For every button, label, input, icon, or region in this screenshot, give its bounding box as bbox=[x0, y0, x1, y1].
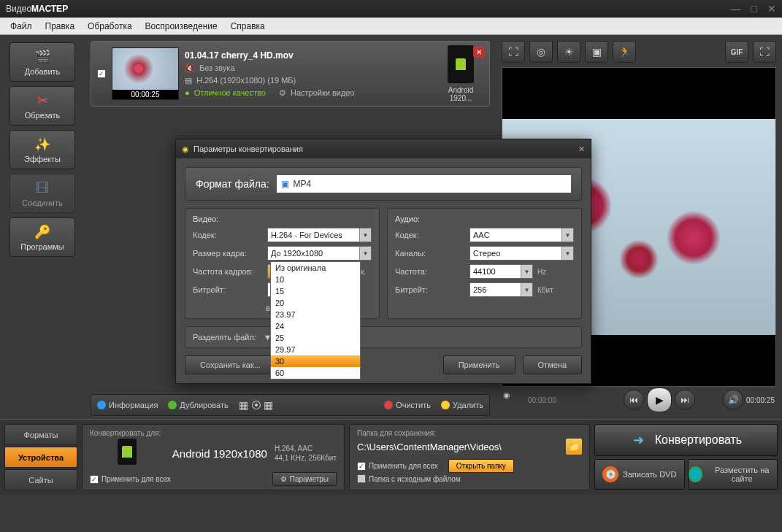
save-folder-panel: Папка для сохранения: C:\Users\ContentMa… bbox=[349, 424, 590, 490]
audio-freq-select[interactable]: 44100▼ bbox=[469, 264, 533, 279]
list-toolbar: Информация Дублировать ▦ ⦿ ▦ Очистить Уд… bbox=[91, 394, 490, 416]
sidebar-add-label: Добавить bbox=[25, 67, 61, 76]
frame-size-select[interactable]: До 1920x1080▼ bbox=[267, 246, 372, 261]
frame-tool-icon[interactable]: ▣ bbox=[585, 41, 608, 63]
sidebar-cut[interactable]: ✂Обрезать bbox=[9, 86, 75, 126]
device-label: Android 1920... bbox=[448, 86, 473, 102]
sidebar-effects-label: Эффекты bbox=[24, 155, 61, 163]
play-button[interactable]: ▶ bbox=[647, 388, 672, 412]
tab-formats[interactable]: Форматы bbox=[4, 424, 77, 445]
app-title-bold: МАСТЕР bbox=[31, 4, 68, 14]
video-heading: Видео: bbox=[193, 215, 372, 223]
menu-help[interactable]: Справка bbox=[225, 20, 271, 33]
globe-icon: 🌐 bbox=[689, 466, 703, 482]
menu-edit[interactable]: Правка bbox=[39, 20, 81, 33]
gear-icon[interactable]: ⚙ bbox=[279, 88, 286, 98]
save-as-button[interactable]: Сохранить как... bbox=[185, 355, 276, 374]
file-settings-link[interactable]: Настройки видео bbox=[291, 88, 355, 97]
menu-process[interactable]: Обработка bbox=[82, 20, 138, 33]
rotate-tool-icon[interactable]: ◎ bbox=[529, 41, 553, 63]
fps-option[interactable]: 23.97 bbox=[271, 309, 360, 320]
next-button[interactable]: ⏭ bbox=[675, 390, 695, 410]
dvd-icon: 💿 bbox=[602, 466, 618, 482]
dialog-close-icon[interactable]: ✕ bbox=[578, 144, 585, 154]
file-thumbnail[interactable]: 00:00:25 bbox=[112, 47, 179, 100]
sidebar-join-label: Соединить bbox=[22, 198, 63, 207]
audio-channels-select[interactable]: Стерео▼ bbox=[469, 246, 574, 261]
maximize-icon[interactable]: □ bbox=[751, 3, 757, 15]
file-format-select[interactable]: ▣MP4 bbox=[277, 175, 571, 193]
convert-for-label: Конвертировать для: bbox=[90, 429, 337, 437]
gear-icon: ⚙ bbox=[280, 475, 287, 483]
menu-bar: Файл Правка Обработка Воспроизведение Сп… bbox=[0, 18, 782, 35]
audio-bitrate-select[interactable]: 256▼ bbox=[469, 282, 533, 297]
tab-sites[interactable]: Сайты bbox=[4, 469, 77, 490]
tab-devices[interactable]: Устройства bbox=[4, 447, 77, 468]
bottom-panel: Форматы Устройства Сайты Конвертировать … bbox=[0, 419, 782, 495]
convert-button[interactable]: ➜ Конвертировать bbox=[594, 424, 778, 456]
view-toggle[interactable]: ▦ ⦿ ▦ bbox=[239, 399, 274, 411]
prev-button[interactable]: ⏮ bbox=[624, 390, 644, 410]
info-button[interactable]: Информация bbox=[97, 401, 158, 409]
dialog-title: Параметры конвертирования bbox=[193, 144, 303, 153]
source-folder-checkbox[interactable]: Папка с исходным файлом bbox=[357, 474, 582, 483]
fps-dropdown-list[interactable]: Из оригинала10152023.97242529.973060 bbox=[270, 261, 361, 379]
file-quality: Отличное качество bbox=[194, 88, 266, 97]
app-title-prefix: Видео bbox=[6, 4, 31, 14]
fps-option[interactable]: 10 bbox=[271, 274, 360, 285]
duplicate-button[interactable]: Дублировать bbox=[168, 401, 228, 409]
params-button[interactable]: ⚙Параметры bbox=[272, 472, 337, 486]
file-card[interactable]: ✓ 00:00:25 01.04.17 cherry_4 HD.mov 🔇Без… bbox=[91, 41, 490, 107]
save-path: C:\Users\ContentManager\Videos\ bbox=[357, 442, 561, 452]
publish-button[interactable]: 🌐Разместить на сайте bbox=[688, 459, 778, 490]
fps-option[interactable]: 25 bbox=[271, 332, 360, 344]
sidebar-add[interactable]: 🎬Добавить bbox=[9, 42, 75, 82]
apply-button[interactable]: Применить bbox=[443, 355, 515, 374]
fps-option[interactable]: 20 bbox=[271, 297, 360, 309]
gif-button[interactable]: GIF bbox=[725, 41, 748, 63]
film-icon: ▤ bbox=[185, 76, 192, 85]
delete-button[interactable]: Удалить bbox=[441, 401, 483, 409]
convert-for-panel: Конвертировать для: Android 1920x1080 H.… bbox=[82, 424, 345, 490]
menu-file[interactable]: Файл bbox=[4, 20, 38, 33]
duplicate-icon bbox=[168, 401, 177, 409]
delete-icon bbox=[441, 401, 450, 409]
volume-icon[interactable]: 🔊 bbox=[723, 390, 743, 410]
audio-codec-select[interactable]: AAC▼ bbox=[469, 228, 574, 242]
fullscreen-icon[interactable]: ⛶ bbox=[753, 41, 776, 63]
split-file-label: Разделять файл: bbox=[193, 333, 256, 342]
apply-all-checkbox[interactable]: ✓Применить для всех bbox=[90, 475, 171, 484]
cancel-button[interactable]: Отмена bbox=[523, 355, 582, 374]
close-icon[interactable]: ✕ bbox=[767, 3, 776, 15]
apply-all-checkbox-2[interactable]: ✓Применить для всех bbox=[357, 462, 438, 471]
snapshot-icon[interactable]: ◉ bbox=[503, 390, 522, 409]
clear-button[interactable]: Очистить bbox=[384, 401, 431, 409]
fps-option[interactable]: 29.97 bbox=[271, 344, 360, 355]
sidebar-join[interactable]: 🎞Соединить bbox=[9, 174, 75, 213]
fps-option[interactable]: Из оригинала bbox=[271, 262, 360, 274]
clear-icon bbox=[384, 401, 393, 409]
open-folder-button[interactable]: Открыть папку bbox=[448, 459, 514, 473]
fps-option[interactable]: 30 bbox=[271, 355, 360, 367]
browse-folder-icon[interactable]: 📁 bbox=[566, 439, 582, 455]
remove-file-button[interactable]: ✕ bbox=[473, 46, 485, 58]
file-no-sound: Без звука bbox=[199, 63, 235, 72]
fps-option[interactable]: 60 bbox=[271, 367, 360, 379]
crop-tool-icon[interactable]: ⛶ bbox=[502, 41, 525, 63]
speed-tool-icon[interactable]: 🏃 bbox=[613, 41, 636, 63]
audio-heading: Аудио: bbox=[395, 215, 574, 223]
conversion-params-dialog: ◉ Параметры конвертирования ✕ Формат фай… bbox=[175, 139, 591, 384]
minimize-icon[interactable]: — bbox=[731, 3, 741, 15]
title-bar: ВидеоМАСТЕР — □ ✕ bbox=[0, 0, 782, 18]
fps-option[interactable]: 15 bbox=[271, 285, 360, 297]
sidebar-programs[interactable]: 🔑Программы bbox=[9, 217, 75, 257]
burn-dvd-button[interactable]: 💿Записать DVD bbox=[594, 459, 685, 490]
video-codec-select[interactable]: H.264 - For Devices▼ bbox=[267, 228, 372, 242]
sidebar-effects[interactable]: ✨Эффекты bbox=[9, 130, 75, 169]
fps-option[interactable]: 24 bbox=[271, 320, 360, 332]
convert-arrow-icon: ➜ bbox=[630, 431, 648, 449]
brightness-tool-icon[interactable]: ☀ bbox=[557, 41, 580, 63]
convert-device-name: Android 1920x1080 bbox=[172, 447, 267, 460]
file-checkbox[interactable]: ✓ bbox=[97, 69, 106, 78]
menu-playback[interactable]: Воспроизведение bbox=[139, 20, 223, 33]
